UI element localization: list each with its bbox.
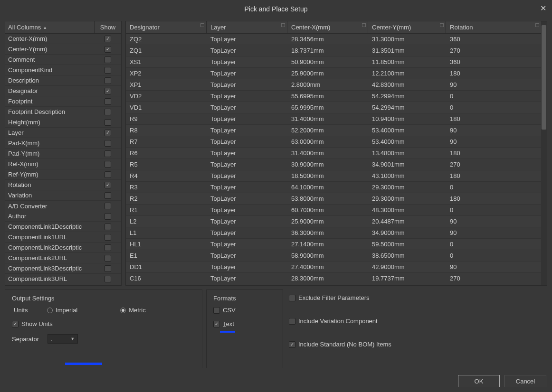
filter-icon[interactable] bbox=[281, 23, 285, 27]
header-designator[interactable]: Designator bbox=[126, 21, 207, 33]
vertical-scrollbar[interactable] bbox=[541, 21, 547, 285]
checkbox-icon[interactable] bbox=[105, 244, 111, 251]
cancel-button[interactable]: Cancel bbox=[504, 375, 546, 387]
include-standard-checkbox[interactable]: Include Standard (No BOM) Items bbox=[289, 341, 545, 348]
column-row[interactable]: Rotation bbox=[5, 180, 121, 190]
csv-checkbox[interactable]: CSV bbox=[213, 307, 276, 314]
table-row[interactable]: VD1TopLayer65.9995mm54.2994mm0 bbox=[126, 102, 541, 113]
header-layer[interactable]: Layer bbox=[207, 21, 287, 33]
column-row[interactable]: Footprint bbox=[5, 96, 121, 107]
column-row[interactable]: Center-X(mm) bbox=[5, 34, 121, 44]
checkbox-icon[interactable] bbox=[105, 182, 111, 188]
all-columns-header[interactable]: All Columns ▲ bbox=[5, 21, 95, 33]
column-row[interactable]: Height(mm) bbox=[5, 117, 121, 128]
checkbox-icon[interactable] bbox=[105, 171, 111, 178]
table-row[interactable]: R2TopLayer53.8000mm29.3000mm180 bbox=[126, 193, 541, 205]
column-row[interactable]: ComponentLink1Descriptic bbox=[5, 222, 121, 232]
table-row[interactable]: R7TopLayer63.0000mm53.4000mm90 bbox=[126, 136, 541, 148]
column-row[interactable]: ComponentLink3Descriptic bbox=[5, 263, 121, 274]
checkbox-icon[interactable] bbox=[105, 36, 111, 42]
checkbox-icon[interactable] bbox=[105, 119, 111, 126]
header-center-x[interactable]: Center-X(mm) bbox=[287, 21, 368, 33]
checkbox-icon[interactable] bbox=[105, 213, 111, 220]
checkbox-icon[interactable] bbox=[105, 161, 111, 168]
header-center-y[interactable]: Center-Y(mm) bbox=[368, 21, 446, 33]
table-row[interactable]: VD2TopLayer55.6995mm54.2994mm0 bbox=[126, 91, 541, 102]
filter-icon[interactable] bbox=[200, 23, 204, 27]
table-row[interactable]: XS1TopLayer50.9000mm11.8500mm360 bbox=[126, 56, 541, 68]
checkbox-icon[interactable] bbox=[105, 265, 111, 272]
checkbox-icon[interactable] bbox=[105, 140, 111, 147]
column-row[interactable]: Comment bbox=[5, 55, 121, 65]
column-name: Designator bbox=[8, 87, 95, 94]
checkbox-icon[interactable] bbox=[105, 109, 111, 115]
checkbox-icon[interactable] bbox=[105, 276, 111, 282]
checkbox-icon[interactable] bbox=[105, 56, 111, 63]
table-row[interactable]: XP2TopLayer25.9000mm12.2100mm180 bbox=[126, 68, 541, 79]
column-row[interactable]: A/D Converter bbox=[5, 201, 121, 211]
column-row[interactable]: Footprint Description bbox=[5, 107, 121, 117]
checkbox-icon[interactable] bbox=[105, 88, 111, 94]
column-row[interactable]: Description bbox=[5, 75, 121, 86]
checkbox-icon[interactable] bbox=[105, 203, 111, 209]
table-row[interactable]: L2TopLayer25.9000mm20.4487mm90 bbox=[126, 216, 541, 227]
table-row[interactable]: R5TopLayer30.9000mm34.9001mm270 bbox=[126, 159, 541, 170]
column-row[interactable]: ComponentLink3URL bbox=[5, 274, 121, 284]
column-row[interactable]: Ref-Y(mm) bbox=[5, 169, 121, 180]
close-icon[interactable]: ✕ bbox=[540, 4, 546, 13]
cell-center-y: 12.2100mm bbox=[368, 70, 446, 77]
checkbox-icon[interactable] bbox=[105, 192, 111, 199]
column-row[interactable]: ComponentKind bbox=[5, 65, 121, 75]
table-row[interactable]: HL1TopLayer27.1400mm59.5000mm0 bbox=[126, 239, 541, 250]
titlebar: Pick and Place Setup ✕ bbox=[0, 0, 552, 18]
include-variation-checkbox[interactable]: Include Variation Component bbox=[289, 317, 545, 325]
text-checkbox[interactable]: Text bbox=[213, 320, 276, 327]
cell-designator: ZQ2 bbox=[126, 36, 207, 43]
show-units-checkbox[interactable]: Show Units bbox=[12, 320, 195, 327]
column-row[interactable]: ComponentLink1URL bbox=[5, 232, 121, 243]
table-row[interactable]: R6TopLayer31.4000mm13.4800mm180 bbox=[126, 148, 541, 159]
column-row[interactable]: Author bbox=[5, 211, 121, 222]
ok-button[interactable]: OK bbox=[458, 375, 500, 387]
checkbox-icon[interactable] bbox=[105, 77, 111, 84]
checkbox-icon[interactable] bbox=[105, 224, 111, 230]
checkbox-icon[interactable] bbox=[105, 255, 111, 261]
table-row[interactable]: XP1TopLayer2.8000mm42.8300mm90 bbox=[126, 79, 541, 91]
column-row[interactable]: Ref-X(mm) bbox=[5, 159, 121, 169]
table-row[interactable]: R4TopLayer18.5000mm43.1000mm180 bbox=[126, 170, 541, 182]
table-row[interactable]: R3TopLayer64.1000mm29.3000mm0 bbox=[126, 182, 541, 193]
column-row[interactable]: Center-Y(mm) bbox=[5, 44, 121, 55]
table-row[interactable]: R9TopLayer31.4000mm10.9400mm180 bbox=[126, 113, 541, 125]
table-row[interactable]: ZQ2TopLayer28.3456mm31.3000mm360 bbox=[126, 34, 541, 45]
checkbox-icon[interactable] bbox=[105, 67, 111, 74]
table-row[interactable]: R8TopLayer52.2000mm53.4000mm90 bbox=[126, 125, 541, 136]
header-rotation[interactable]: Rotation bbox=[446, 21, 541, 33]
column-row[interactable]: ComponentLink2URL bbox=[5, 253, 121, 263]
table-row[interactable]: C16TopLayer28.3000mm19.7737mm270 bbox=[126, 273, 541, 284]
column-row[interactable]: Pad-Y(mm) bbox=[5, 149, 121, 159]
separator-dropdown[interactable]: . ▼ bbox=[48, 334, 78, 344]
exclude-filter-checkbox[interactable]: Exclude Filter Parameters bbox=[289, 294, 545, 301]
filter-icon[interactable] bbox=[362, 23, 366, 27]
column-row[interactable]: ComponentLink2Descriptic bbox=[5, 243, 121, 253]
column-row[interactable]: Pad-X(mm) bbox=[5, 138, 121, 149]
table-row[interactable]: ZQ1TopLayer18.7371mm31.3501mm270 bbox=[126, 45, 541, 56]
table-row[interactable]: L1TopLayer36.3000mm34.9000mm90 bbox=[126, 227, 541, 239]
checkbox-icon[interactable] bbox=[105, 234, 111, 241]
metric-radio[interactable]: Metric bbox=[120, 307, 145, 314]
table-row[interactable]: E1TopLayer58.9000mm38.6500mm0 bbox=[126, 250, 541, 261]
column-row[interactable]: Designator bbox=[5, 86, 121, 96]
filter-icon[interactable] bbox=[535, 23, 539, 27]
filter-icon[interactable] bbox=[440, 23, 444, 27]
checkbox-icon[interactable] bbox=[105, 130, 111, 136]
checkbox-icon[interactable] bbox=[105, 150, 111, 157]
table-row[interactable]: DD1TopLayer27.4000mm42.9000mm90 bbox=[126, 261, 541, 273]
checkbox-icon[interactable] bbox=[105, 46, 111, 53]
scrollbar-thumb[interactable] bbox=[542, 25, 546, 130]
show-header[interactable]: Show bbox=[95, 21, 121, 33]
imperial-radio[interactable]: Imperial bbox=[47, 307, 77, 314]
checkbox-icon[interactable] bbox=[105, 98, 111, 105]
table-row[interactable]: R1TopLayer60.7000mm48.3000mm0 bbox=[126, 205, 541, 216]
column-row[interactable]: Variation bbox=[5, 190, 121, 201]
column-row[interactable]: Layer bbox=[5, 128, 121, 138]
